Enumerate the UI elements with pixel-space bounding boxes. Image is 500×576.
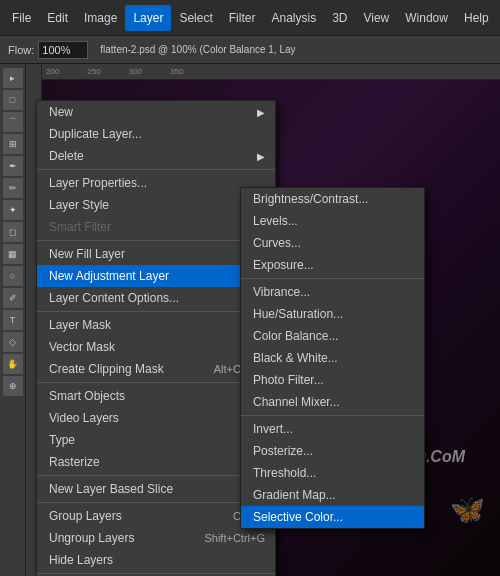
ruler-horizontal: 200 250 300 350	[26, 64, 500, 80]
sep-7	[37, 573, 275, 574]
menu-3d[interactable]: 3D	[324, 5, 355, 31]
tool-eyedrop[interactable]: ✒	[3, 156, 23, 176]
ruler-mark-350: 350	[170, 67, 211, 76]
submenu-item-bw[interactable]: Black & White...	[241, 347, 424, 369]
submenu-item-levels[interactable]: Levels...	[241, 210, 424, 232]
submenu-item-color-balance[interactable]: Color Balance...	[241, 325, 424, 347]
watermark-butterfly: 🦋	[450, 493, 485, 526]
submenu-item-vibrance[interactable]: Vibrance...	[241, 281, 424, 303]
tool-dodge[interactable]: ○	[3, 266, 23, 286]
menu-item-new[interactable]: New ▶	[37, 101, 275, 123]
arrow-icon-new: ▶	[257, 107, 265, 118]
submenu-item-channel-mixer[interactable]: Channel Mixer...	[241, 391, 424, 413]
tool-pen[interactable]: ✐	[3, 288, 23, 308]
tool-zoom[interactable]: ⊕	[3, 376, 23, 396]
tool-brush[interactable]: ✏	[3, 178, 23, 198]
toolbar: Flow: flatten-2.psd @ 100% (Color Balanc…	[0, 36, 500, 64]
menu-filter[interactable]: Filter	[221, 5, 264, 31]
main-area: ▸ □ ⌒ ⊞ ✒ ✏ ✦ ◻ ▦ ○ ✐ T ◇ ✋ ⊕ 200 250 30…	[0, 64, 500, 576]
menu-item-duplicate[interactable]: Duplicate Layer...	[37, 123, 275, 145]
menu-help[interactable]: Help	[456, 5, 497, 31]
sep-1	[37, 169, 275, 170]
tool-path[interactable]: ◇	[3, 332, 23, 352]
flow-label: Flow:	[8, 44, 34, 56]
submenu-item-exposure[interactable]: Exposure...	[241, 254, 424, 276]
ruler-mark-300: 300	[129, 67, 170, 76]
submenu-item-photo-filter[interactable]: Photo Filter...	[241, 369, 424, 391]
tool-move[interactable]: ▸	[3, 68, 23, 88]
menu-layer[interactable]: Layer	[125, 5, 171, 31]
menu-analysis[interactable]: Analysis	[263, 5, 324, 31]
adjustment-submenu: Brightness/Contrast... Levels... Curves.…	[240, 187, 425, 529]
ruler-mark-250: 250	[87, 67, 128, 76]
submenu-item-selective-color[interactable]: Selective Color...	[241, 506, 424, 528]
submenu-item-hue-sat[interactable]: Hue/Saturation...	[241, 303, 424, 325]
menu-edit[interactable]: Edit	[39, 5, 76, 31]
menu-file[interactable]: File	[4, 5, 39, 31]
submenu-item-curves[interactable]: Curves...	[241, 232, 424, 254]
shortcut-ungroup: Shift+Ctrl+G	[204, 532, 265, 544]
tool-eraser[interactable]: ◻	[3, 222, 23, 242]
menu-item-delete[interactable]: Delete ▶	[37, 145, 275, 167]
menu-image[interactable]: Image	[76, 5, 125, 31]
menu-select[interactable]: Select	[171, 5, 220, 31]
tool-lasso[interactable]: ⌒	[3, 112, 23, 132]
menubar: File Edit Image Layer Select Filter Anal…	[0, 0, 500, 36]
flow-input[interactable]	[38, 41, 88, 59]
menu-item-ungroup-layers[interactable]: Ungroup Layers Shift+Ctrl+G	[37, 527, 275, 549]
arrow-icon-delete: ▶	[257, 151, 265, 162]
tool-hand[interactable]: ✋	[3, 354, 23, 374]
sub-sep-2	[241, 415, 424, 416]
tool-select[interactable]: □	[3, 90, 23, 110]
tool-gradient[interactable]: ▦	[3, 244, 23, 264]
menu-item-hide-layers[interactable]: Hide Layers	[37, 549, 275, 571]
submenu-item-brightness[interactable]: Brightness/Contrast...	[241, 188, 424, 210]
submenu-item-threshold[interactable]: Threshold...	[241, 462, 424, 484]
ruler-mark-200: 200	[46, 67, 87, 76]
sub-sep-1	[241, 278, 424, 279]
submenu-item-gradient-map[interactable]: Gradient Map...	[241, 484, 424, 506]
tool-clone[interactable]: ✦	[3, 200, 23, 220]
left-sidebar: ▸ □ ⌒ ⊞ ✒ ✏ ✦ ◻ ▦ ○ ✐ T ◇ ✋ ⊕	[0, 64, 26, 576]
menu-window[interactable]: Window	[397, 5, 456, 31]
menu-view[interactable]: View	[355, 5, 397, 31]
tool-crop[interactable]: ⊞	[3, 134, 23, 154]
toolbar-extra: flatten-2.psd @ 100% (Color Balance 1, L…	[100, 44, 295, 55]
submenu-item-posterize[interactable]: Posterize...	[241, 440, 424, 462]
tool-text[interactable]: T	[3, 310, 23, 330]
submenu-item-invert[interactable]: Invert...	[241, 418, 424, 440]
